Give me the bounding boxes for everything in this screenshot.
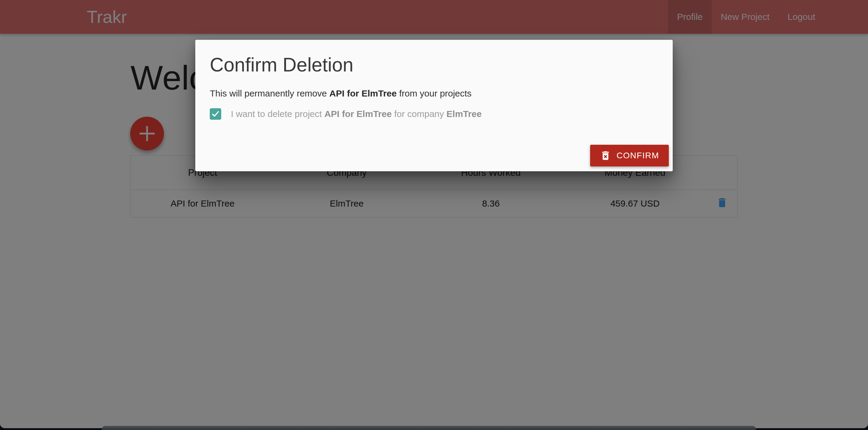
checkbox-label-mid: for company: [392, 109, 447, 119]
background-window-bar[interactable]: [102, 426, 756, 430]
delete-confirmation-checkbox-row[interactable]: I want to delete project API for ElmTree…: [210, 108, 658, 120]
checkmark-icon: [211, 110, 220, 118]
confirm-button-label: CONFIRM: [617, 151, 659, 161]
modal-title: Confirm Deletion: [210, 54, 658, 76]
checkbox-label-company: ElmTree: [446, 109, 482, 119]
checkbox-label-prefix: I want to delete project: [231, 109, 324, 119]
checkbox-label: I want to delete project API for ElmTree…: [231, 108, 482, 120]
message-project-name: API for ElmTree: [330, 88, 397, 98]
delete-forever-icon: [600, 150, 611, 161]
checkbox-label-project: API for ElmTree: [324, 109, 392, 119]
checkbox-checked[interactable]: [210, 108, 221, 120]
confirm-button[interactable]: CONFIRM: [590, 145, 669, 167]
browser-window: Trakr Profile New Project Logout Welcome…: [0, 0, 868, 428]
confirm-deletion-modal: Confirm Deletion This will permanently r…: [195, 40, 673, 171]
message-prefix: This will permanently remove: [210, 88, 330, 98]
message-suffix: from your projects: [397, 88, 471, 98]
modal-message: This will permanently remove API for Elm…: [210, 87, 658, 100]
